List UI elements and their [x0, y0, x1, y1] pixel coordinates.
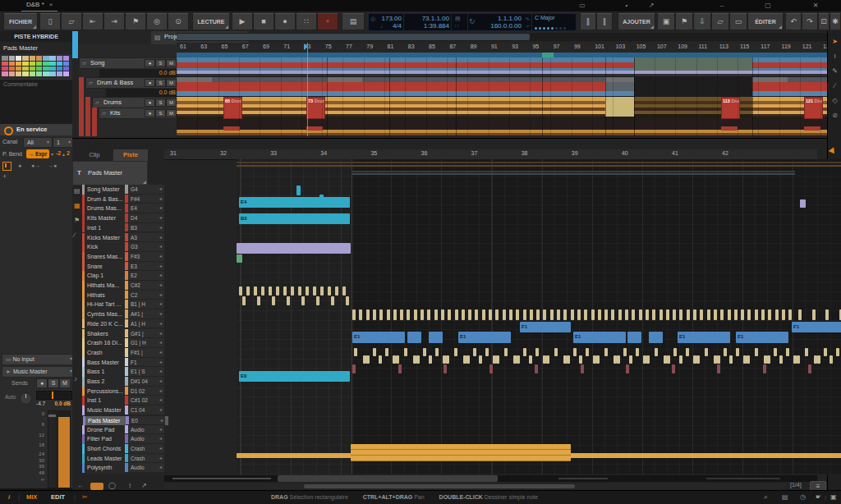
bass-note[interactable]: F1 [792, 322, 841, 332]
track-row[interactable]: Cymbs Mas...A#1 |◄ [82, 309, 164, 319]
note[interactable] [400, 309, 403, 320]
note[interactable] [257, 296, 260, 305]
en-service-row[interactable]: En service [0, 124, 72, 135]
note[interactable] [763, 364, 766, 373]
position-cell[interactable]: 73.1.1.00 1:39.884 [403, 14, 452, 30]
metronome-dial-icon[interactable]: ◷ [800, 493, 806, 501]
track-row[interactable]: Bass 2D#1 04◄ [82, 377, 164, 387]
key-cell[interactable]: Audio◄ [125, 463, 164, 473]
palette-color[interactable] [43, 56, 49, 61]
tempo-cell[interactable]: ◎ 173.00 ♩ 4/4 [369, 14, 404, 30]
note[interactable] [563, 309, 567, 320]
palette-color[interactable] [9, 71, 16, 76]
note[interactable] [536, 309, 540, 320]
track-header-drums[interactable]: ▱ Drums ● S M [92, 97, 177, 108]
note[interactable] [797, 355, 800, 364]
search-icon[interactable]: ⌕ [764, 493, 768, 502]
mute-button[interactable]: M [59, 378, 71, 388]
drum-clip[interactable]: 121 Drums [804, 97, 823, 119]
note[interactable] [475, 309, 478, 320]
note[interactable] [354, 348, 357, 356]
layers-icon[interactable]: ▤ [74, 187, 80, 195]
note[interactable] [239, 286, 242, 296]
note[interactable] [287, 296, 290, 305]
key-cell[interactable]: E3◄ [125, 262, 164, 272]
palette-color[interactable] [2, 56, 8, 61]
note[interactable] [775, 309, 779, 320]
mute-button[interactable]: M [166, 99, 177, 107]
note[interactable] [693, 309, 696, 320]
bass-note[interactable] [429, 332, 443, 343]
palette-color[interactable] [57, 62, 63, 66]
bass-note[interactable] [407, 332, 421, 343]
note[interactable] [254, 286, 257, 296]
track-row[interactable]: Bass MasterF1◄ [82, 358, 164, 368]
note[interactable] [237, 254, 242, 263]
tab-clip[interactable]: Clip [79, 149, 110, 161]
bass-note[interactable]: E1 [458, 332, 511, 343]
note[interactable] [359, 309, 362, 320]
solo-button[interactable]: S [155, 79, 166, 87]
note[interactable] [604, 348, 608, 356]
canal-number-select[interactable]: 1▾ [53, 137, 74, 148]
note[interactable] [767, 355, 770, 364]
mute-button[interactable]: M [166, 109, 177, 117]
note[interactable] [517, 355, 520, 364]
note[interactable] [468, 309, 471, 320]
grid-resolution-label[interactable]: [1/4] [790, 482, 802, 488]
bass-note[interactable] [627, 332, 641, 343]
palette-color[interactable] [22, 62, 29, 66]
scrollbar-thumb[interactable] [304, 484, 575, 488]
mixer-toggle-icon[interactable]: ↕ [128, 482, 131, 489]
track-row[interactable]: PolysynthAudio◄ [82, 463, 164, 473]
note[interactable] [557, 309, 560, 320]
note[interactable] [800, 199, 806, 208]
audio-clip-bar[interactable] [351, 444, 571, 461]
note[interactable] [584, 309, 587, 320]
note[interactable] [509, 309, 512, 320]
key-cell[interactable]: B3◄ [125, 223, 164, 233]
note[interactable] [516, 309, 519, 320]
key-cell[interactable]: C2◄ [125, 291, 164, 300]
redo-button[interactable]: ↷ [802, 13, 818, 30]
track-header-kits[interactable]: ▱ Kits ● S M [99, 108, 177, 119]
back-arrow-icon[interactable]: ← [77, 482, 84, 489]
note[interactable] [443, 364, 447, 373]
mute-button[interactable]: M [166, 79, 177, 87]
note[interactable] [485, 348, 489, 356]
new-file-button[interactable]: ▯ [39, 13, 61, 30]
note[interactable] [596, 355, 600, 364]
palette-color[interactable] [2, 71, 8, 76]
track-row[interactable]: Percussions...D1 02◄ [82, 387, 164, 396]
scrollbar-thumb[interactable] [177, 34, 530, 40]
note[interactable] [489, 364, 493, 373]
palette-color[interactable] [30, 62, 36, 66]
copy-button[interactable]: ⊡ [818, 13, 830, 30]
note[interactable] [313, 286, 316, 296]
note[interactable] [373, 348, 376, 356]
note[interactable] [586, 348, 589, 356]
note[interactable] [550, 309, 554, 320]
note[interactable] [346, 296, 349, 305]
note[interactable] [798, 309, 802, 320]
note[interactable] [673, 309, 676, 320]
mute-tool-icon[interactable]: ⊘ [828, 112, 841, 120]
note[interactable] [747, 355, 750, 364]
key-cell[interactable]: C#2◄ [125, 281, 164, 291]
palette-color[interactable] [63, 71, 70, 76]
kit-clip-mark[interactable] [306, 126, 323, 131]
note[interactable] [301, 296, 305, 305]
note[interactable] [700, 309, 703, 320]
loop-cell[interactable]: ↻ 1.1.1.00 160.0.0.00 ∿ ⌐ [467, 14, 532, 30]
note[interactable] [298, 286, 301, 296]
palette-color[interactable] [9, 66, 16, 71]
note[interactable] [373, 309, 376, 320]
key-cell[interactable]: A#1 |◄ [125, 309, 164, 319]
palette-color[interactable] [57, 56, 63, 61]
note[interactable] [673, 348, 677, 356]
bass-note[interactable]: E1 [573, 332, 626, 343]
note[interactable] [482, 309, 485, 320]
audition-icon[interactable]: ♪ [74, 375, 77, 383]
note[interactable] [626, 364, 629, 373]
editor-overview-strip[interactable] [164, 475, 817, 482]
